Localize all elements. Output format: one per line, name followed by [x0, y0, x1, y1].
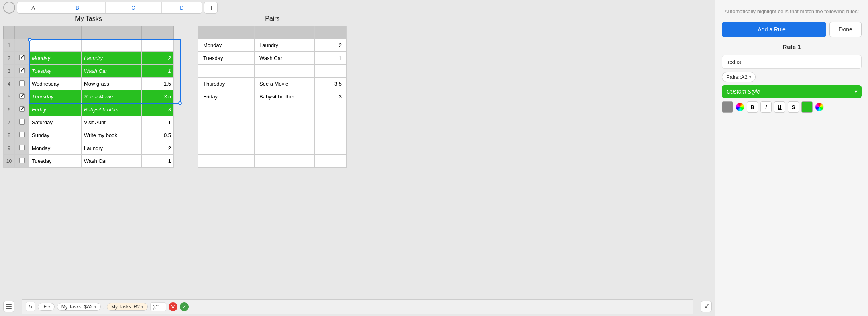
pairs-hours-6[interactable] [315, 103, 347, 116]
pairs-day-4[interactable]: Thursday [198, 78, 255, 90]
task-cell-7[interactable]: Visit Aunt [82, 116, 142, 129]
pairs-task-7[interactable] [255, 116, 315, 129]
pairs-day-9[interactable] [198, 142, 255, 155]
hours-cell-5[interactable]: 3.5 [142, 90, 174, 103]
task-cell-6[interactable]: Babysit brother [82, 103, 142, 116]
pairs-hours-4[interactable]: 3.5 [315, 78, 347, 90]
checkbox-9[interactable] [19, 145, 25, 150]
task-cell-5[interactable]: See a Movie [82, 90, 142, 103]
col-header-d[interactable]: D [162, 2, 202, 13]
hours-cell-1[interactable] [142, 39, 174, 52]
checkbox-4[interactable] [19, 80, 25, 86]
check-cell-5[interactable] [15, 90, 29, 103]
pairs-hours-5[interactable]: 3 [315, 90, 347, 103]
done-button[interactable]: Done [829, 22, 862, 37]
col-header-c[interactable]: C [106, 2, 162, 13]
pairs-day-7[interactable] [198, 116, 255, 129]
custom-style-dropdown[interactable]: Custom Style ▾ [722, 85, 862, 98]
pairs-task-1[interactable]: Laundry [255, 39, 315, 52]
pairs-task-2[interactable]: Wash Car [255, 52, 315, 65]
check-cell-3[interactable] [15, 65, 29, 78]
pairs-task-10[interactable] [255, 155, 315, 168]
underline-button[interactable]: U [774, 101, 785, 113]
pairs-task-6[interactable] [255, 103, 315, 116]
text-color-wheel[interactable] [736, 103, 744, 111]
hours-cell-8[interactable]: 0.5 [142, 129, 174, 142]
checkbox-2[interactable] [19, 55, 25, 60]
hours-cell-2[interactable]: 2 [142, 52, 174, 65]
col-header-a[interactable]: A [17, 2, 49, 13]
task-cell-2[interactable]: Laundry [82, 52, 142, 65]
task-cell-10[interactable]: Wash Car [82, 155, 142, 168]
italic-button[interactable]: I [760, 101, 772, 113]
checkbox-7[interactable] [19, 119, 25, 125]
text-is-input[interactable] [726, 59, 857, 65]
day-cell-10[interactable]: Tuesday [29, 155, 82, 168]
check-cell-10[interactable] [15, 155, 29, 168]
hours-cell-10[interactable]: 1 [142, 155, 174, 168]
pairs-day-8[interactable] [198, 129, 255, 142]
hours-cell-7[interactable]: 1 [142, 116, 174, 129]
checkbox-6[interactable] [19, 106, 25, 112]
formula-cancel-button[interactable]: ✕ [169, 302, 177, 311]
add-rule-button[interactable]: Add a Rule... [722, 22, 826, 37]
check-cell-8[interactable] [15, 129, 29, 142]
strikethrough-button[interactable]: S [788, 101, 799, 113]
fill-color-swatch[interactable] [801, 101, 813, 113]
pairs-day-3[interactable] [198, 65, 255, 78]
pairs-hours-7[interactable] [315, 116, 347, 129]
if-pill[interactable]: IF ▾ [38, 303, 55, 311]
pairs-ref-pill[interactable]: Pairs::A2 ▾ [722, 72, 756, 82]
day-cell-7[interactable]: Saturday [29, 116, 82, 129]
pairs-task-4[interactable]: See a Movie [255, 78, 315, 90]
check-cell-9[interactable] [15, 142, 29, 155]
pairs-task-5[interactable]: Babysit brother [255, 90, 315, 103]
checkbox-5[interactable] [19, 93, 25, 99]
ref1-pill[interactable]: My Tasks::$A2 ▾ [57, 303, 101, 311]
pairs-hours-2[interactable]: 1 [315, 52, 347, 65]
check-cell-7[interactable] [15, 116, 29, 129]
pairs-hours-1[interactable]: 2 [315, 39, 347, 52]
task-cell-3[interactable]: Wash Car [82, 65, 142, 78]
ref2-pill[interactable]: My Tasks::B2 ▾ [107, 303, 148, 311]
day-cell-6[interactable]: Friday [29, 103, 82, 116]
pairs-day-6[interactable] [198, 103, 255, 116]
task-cell-1[interactable] [82, 39, 142, 52]
pairs-day-1[interactable]: Monday [198, 39, 255, 52]
day-cell-4[interactable]: Wednesday [29, 78, 82, 90]
day-cell-3[interactable]: Tuesday [29, 65, 82, 78]
hours-cell-3[interactable]: 1 [142, 65, 174, 78]
text-color-swatch[interactable] [722, 101, 733, 113]
fx-button[interactable]: fx [26, 302, 35, 311]
checkbox-8[interactable] [19, 132, 25, 137]
pairs-day-5[interactable]: Friday [198, 90, 255, 103]
task-cell-8[interactable]: Write my book [82, 129, 142, 142]
bold-button[interactable]: B [747, 101, 758, 113]
checkbox-10[interactable] [19, 158, 25, 163]
checkbox-3[interactable] [19, 68, 25, 73]
check-cell-6[interactable] [15, 103, 29, 116]
pause-button[interactable]: ⏸ [204, 2, 218, 14]
col-header-b[interactable]: B [49, 2, 106, 13]
check-cell-1[interactable] [15, 39, 29, 52]
hours-cell-9[interactable]: 2 [142, 142, 174, 155]
hours-cell-6[interactable]: 3 [142, 103, 174, 116]
record-button[interactable] [3, 2, 15, 14]
pairs-task-3[interactable] [255, 65, 315, 78]
pairs-hours-3[interactable] [315, 65, 347, 78]
formula-confirm-button[interactable]: ✓ [180, 302, 189, 311]
pairs-day-2[interactable]: Tuesday [198, 52, 255, 65]
pairs-hours-10[interactable] [315, 155, 347, 168]
formula-suffix[interactable]: ),"" [150, 302, 166, 311]
resize-button[interactable]: ↙ [701, 301, 712, 312]
menu-button[interactable] [3, 301, 14, 312]
day-cell-2[interactable]: Monday [29, 52, 82, 65]
pairs-task-8[interactable] [255, 129, 315, 142]
pairs-task-9[interactable] [255, 142, 315, 155]
day-cell-5[interactable]: Thursday [29, 90, 82, 103]
day-cell-8[interactable]: Sunday [29, 129, 82, 142]
fill-color-wheel[interactable] [815, 103, 824, 111]
check-cell-2[interactable] [15, 52, 29, 65]
task-cell-9[interactable]: Laundry [82, 142, 142, 155]
hours-cell-4[interactable]: 1.5 [142, 78, 174, 90]
